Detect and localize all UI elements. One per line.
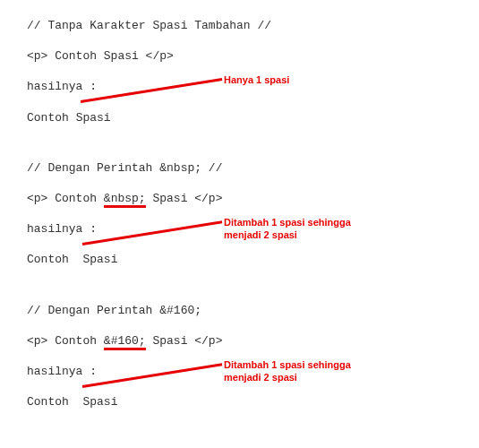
annotation-text: Ditambah 1 spasi sehingga menjadi 2 spas…	[224, 216, 376, 242]
code-line: <p> Contoh &#160; Spasi </p>	[27, 333, 452, 349]
output-prefix: Contoh	[27, 395, 69, 409]
result-output: Contoh Spasi	[27, 394, 452, 410]
output-gap	[69, 111, 76, 125]
output-prefix: Contoh	[27, 111, 69, 125]
output-suffix: Spasi	[82, 395, 117, 409]
output-suffix: Spasi	[76, 111, 111, 125]
result-output: Contoh Spasi	[27, 252, 452, 268]
code-line: <p> Contoh &nbsp; Spasi </p>	[27, 191, 452, 207]
result-output: Contoh Spasi	[27, 110, 452, 126]
output-gap	[69, 253, 83, 266]
output-suffix: Spasi	[82, 253, 117, 266]
annotation-text: Hanya 1 spasi	[224, 73, 331, 86]
code-comment: // Tanpa Karakter Spasi Tambahan //	[27, 18, 452, 34]
code-comment: // Dengan Perintah &#160;	[27, 303, 452, 319]
code-text: <p> Contoh	[27, 192, 104, 205]
code-entity: &#160;	[104, 334, 146, 350]
code-line: <p> Contoh Spasi </p>	[27, 48, 452, 65]
code-text: <p> Contoh	[27, 334, 104, 348]
output-prefix: Contoh	[27, 253, 69, 266]
code-text: Spasi </p>	[146, 192, 223, 205]
code-text: Spasi </p>	[146, 334, 223, 348]
example-block: // Dengan Perintah &nbsp; // <p> Contoh …	[27, 160, 452, 269]
annotation-text: Ditambah 1 spasi sehingga menjadi 2 spas…	[224, 358, 376, 384]
code-comment: // Dengan Perintah &nbsp; //	[27, 160, 452, 177]
example-block: // Tanpa Karakter Spasi Tambahan // <p> …	[27, 18, 452, 126]
output-gap	[69, 395, 83, 409]
example-block: // Dengan Perintah &#160; <p> Contoh &#1…	[27, 303, 452, 411]
code-entity: &nbsp;	[104, 192, 146, 208]
code-text: <p> Contoh Spasi </p>	[27, 49, 174, 63]
